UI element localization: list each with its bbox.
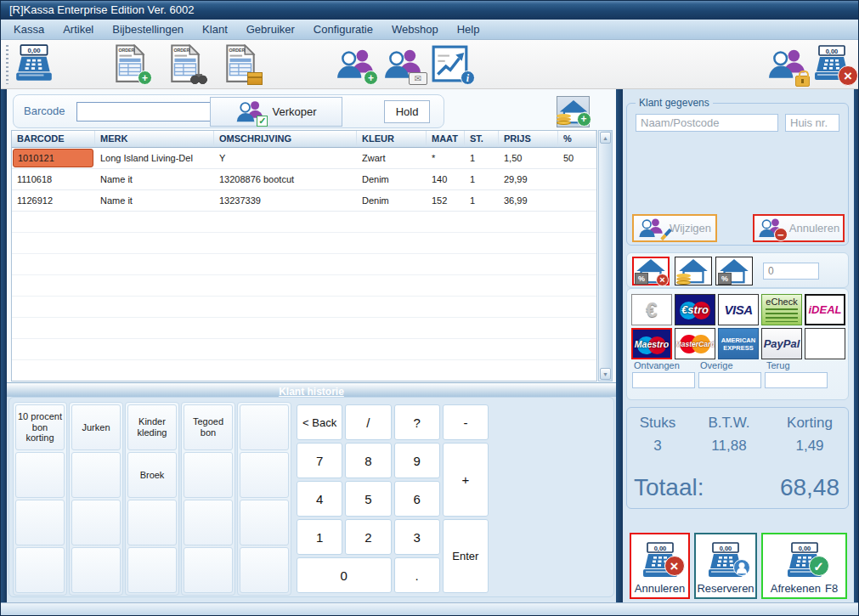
cancel-sale-button[interactable]: × Annuleren	[630, 533, 690, 599]
numpad-7-key[interactable]: 7	[297, 443, 342, 478]
numpad-9-key[interactable]: 9	[394, 443, 440, 478]
pay-maestro-euro-button[interactable]: €stro	[675, 294, 715, 325]
open-register-button[interactable]	[11, 44, 57, 87]
numpad-2-key[interactable]: 2	[345, 519, 391, 555]
menu-kassa[interactable]: Kassa	[4, 20, 54, 39]
menu-configuratie[interactable]: Configuratie	[304, 20, 382, 39]
col-merk[interactable]: MERK	[95, 131, 214, 147]
numpad-dot-key[interactable]: .	[394, 557, 440, 593]
numpad-8-key[interactable]: 8	[345, 443, 391, 478]
quick-button-empty[interactable]	[127, 547, 177, 593]
numpad-0-key[interactable]: 0	[297, 557, 392, 593]
numpad-1-key[interactable]: 1	[297, 519, 342, 555]
quick-button-empty[interactable]	[127, 500, 177, 545]
col-st[interactable]: ST.	[465, 131, 499, 147]
terug-input[interactable]	[765, 372, 828, 388]
find-order-button[interactable]	[163, 44, 207, 87]
edit-customer-label: Wijzigen	[670, 222, 711, 235]
numpad-3-key[interactable]: 3	[394, 519, 440, 555]
quick-button-empty[interactable]	[184, 452, 233, 498]
menu-bijbestellingen[interactable]: Bijbestellingen	[103, 20, 193, 39]
table-row[interactable]: 1010121 Long Island Living-Del Y Zwart *…	[12, 148, 596, 169]
toolbar-grip[interactable]	[6, 45, 8, 84]
ontvangen-input[interactable]	[632, 372, 695, 388]
statistics-button[interactable]: i	[427, 44, 473, 87]
menu-gebruiker[interactable]: Gebruiker	[237, 20, 304, 39]
verkoper-button[interactable]: ✓ Verkoper	[210, 97, 342, 127]
menu-klant[interactable]: Klant	[193, 20, 237, 39]
quick-button-empty[interactable]	[240, 452, 289, 498]
quick-button-empty[interactable]	[71, 500, 121, 545]
quick-button-kinder-kleding[interactable]: Kinder kleding	[127, 404, 177, 450]
menu-artikel[interactable]: Artikel	[54, 20, 103, 39]
pay-mastercard-button[interactable]: MasterCard	[675, 328, 715, 359]
discount-input[interactable]	[763, 263, 819, 280]
scroll-down-icon[interactable]: ▼	[600, 368, 611, 380]
numpad-plus-key[interactable]: +	[443, 443, 489, 517]
quick-button-empty[interactable]	[240, 547, 289, 593]
customer-house-add-button[interactable]: +	[557, 96, 590, 127]
numpad-minus-key[interactable]: -	[443, 404, 489, 440]
col-maat[interactable]: MAAT	[427, 131, 465, 147]
numpad-question-key[interactable]: ?	[394, 404, 440, 440]
col-kleur[interactable]: KLEUR	[357, 131, 427, 147]
table-row[interactable]: 1126912 Name it 13237339 Denim 152 1 36,…	[12, 190, 596, 212]
table-scrollbar[interactable]: ▲ ▼	[598, 130, 613, 381]
overige-input[interactable]	[698, 372, 761, 388]
pay-empty-button[interactable]	[805, 328, 845, 359]
col-barcode[interactable]: BARCODE	[12, 131, 95, 147]
menu-help[interactable]: Help	[448, 20, 489, 39]
numpad-back-key[interactable]: < Back	[297, 404, 342, 440]
new-order-button[interactable]: +	[108, 44, 152, 87]
remove-discount-button[interactable]: % ×	[632, 257, 670, 285]
col-prijs[interactable]: PRIJS	[499, 131, 558, 147]
numpad-divide-key[interactable]: /	[345, 404, 391, 440]
pay-cash-euro-button[interactable]: €	[631, 294, 672, 325]
quick-button-empty[interactable]	[184, 500, 233, 545]
email-customer-button[interactable]: ✉	[380, 44, 426, 87]
quick-button-empty[interactable]	[240, 404, 289, 450]
quick-button-empty[interactable]	[15, 452, 65, 498]
col-omschrijving[interactable]: OMSCHRIJVING	[214, 131, 357, 147]
quick-button-broek[interactable]: Broek	[127, 452, 177, 498]
quick-button-empty[interactable]	[184, 547, 233, 593]
numpad-6-key[interactable]: 6	[394, 481, 440, 517]
quick-button-tegoed-bon[interactable]: Tegoed bon	[184, 404, 233, 450]
order-package-button[interactable]	[218, 44, 263, 87]
pay-paypal-button[interactable]: PayPal	[761, 328, 802, 359]
reserve-sale-button[interactable]: Reserveren	[694, 533, 757, 599]
pay-echeck-button[interactable]: eCheck	[761, 294, 802, 325]
col-pct[interactable]: %	[558, 131, 596, 147]
hold-button[interactable]: Hold	[384, 100, 430, 123]
barcode-input[interactable]	[76, 102, 231, 122]
edit-customer-button[interactable]: Wijzigen	[632, 214, 717, 242]
add-customer-button[interactable]: +	[332, 44, 378, 87]
customer-name-input[interactable]	[636, 114, 778, 132]
numpad-4-key[interactable]: 4	[297, 481, 342, 517]
house-credit-button[interactable]	[675, 257, 712, 285]
cancel-customer-button[interactable]: − Annuleren	[753, 214, 845, 242]
quick-button-empty[interactable]	[15, 500, 65, 545]
house-number-input[interactable]	[785, 114, 839, 132]
quick-button-empty[interactable]	[71, 452, 121, 498]
menu-webshop[interactable]: Webshop	[382, 20, 448, 39]
table-row[interactable]: 1110618 Name it 13208876 bootcut Denim 1…	[12, 169, 596, 190]
numpad-enter-key[interactable]: Enter	[443, 519, 489, 593]
pay-ideal-button[interactable]: iDEAL	[805, 294, 845, 325]
quick-button-empty[interactable]	[15, 547, 65, 593]
scroll-up-icon[interactable]: ▲	[600, 132, 611, 144]
pay-amex-button[interactable]: AMERICAN EXPRESS	[718, 328, 759, 359]
btw-value: 11,88	[688, 438, 770, 455]
klant-historie-link[interactable]: Klant historie	[279, 386, 344, 398]
quick-button-empty[interactable]	[71, 547, 121, 593]
checkout-button[interactable]: ✓ Afrekenen F8	[761, 533, 847, 599]
lock-user-button[interactable]	[764, 44, 810, 87]
close-register-button[interactable]: ×	[808, 44, 856, 87]
house-discount-button[interactable]: %	[715, 257, 753, 285]
quick-button-jurken[interactable]: Jurken	[71, 404, 121, 450]
quick-button-10-procent-bon-korting[interactable]: 10 procent bon korting	[15, 404, 65, 450]
quick-button-empty[interactable]	[240, 500, 289, 545]
numpad-5-key[interactable]: 5	[345, 481, 391, 517]
pay-maestro-button[interactable]: Maestro	[631, 328, 672, 359]
pay-visa-button[interactable]: VISA	[718, 294, 759, 325]
